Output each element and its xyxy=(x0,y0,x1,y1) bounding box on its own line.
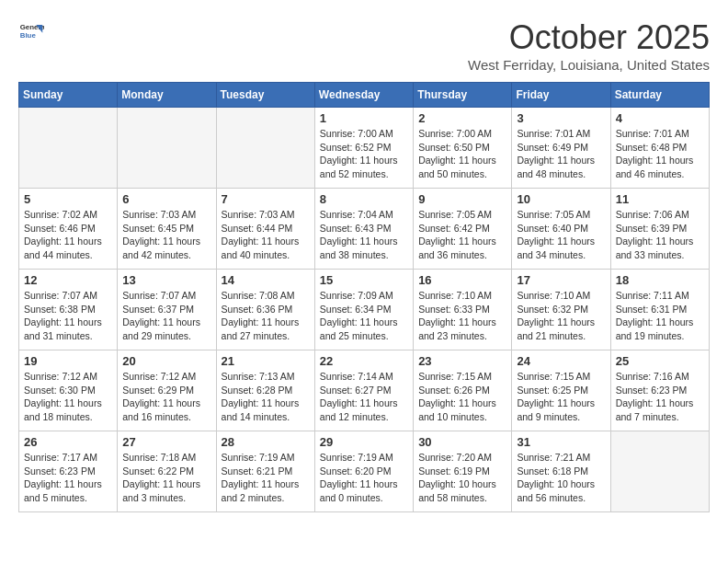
day-number: 12 xyxy=(24,273,112,287)
day-info: Sunrise: 7:18 AMSunset: 6:22 PMDaylight:… xyxy=(122,451,210,505)
day-number: 5 xyxy=(24,192,112,206)
calendar-cell: 23Sunrise: 7:15 AMSunset: 6:26 PMDayligh… xyxy=(414,350,512,431)
col-header-wednesday: Wednesday xyxy=(314,83,413,108)
day-info: Sunrise: 7:11 AMSunset: 6:31 PMDaylight:… xyxy=(616,289,704,343)
col-header-thursday: Thursday xyxy=(414,83,512,108)
calendar-cell: 11Sunrise: 7:06 AMSunset: 6:39 PMDayligh… xyxy=(610,189,709,270)
day-info: Sunrise: 7:06 AMSunset: 6:39 PMDaylight:… xyxy=(616,208,704,262)
calendar-cell: 8Sunrise: 7:04 AMSunset: 6:43 PMDaylight… xyxy=(314,189,413,270)
calendar-cell: 5Sunrise: 7:02 AMSunset: 6:46 PMDaylight… xyxy=(19,189,118,270)
calendar-cell xyxy=(610,431,709,512)
month-title: October 2025 xyxy=(468,18,710,57)
calendar-cell: 14Sunrise: 7:08 AMSunset: 6:36 PMDayligh… xyxy=(216,270,314,350)
day-number: 31 xyxy=(517,435,605,449)
day-number: 18 xyxy=(616,273,704,287)
calendar-cell: 4Sunrise: 7:01 AMSunset: 6:48 PMDaylight… xyxy=(610,108,709,189)
day-info: Sunrise: 7:12 AMSunset: 6:29 PMDaylight:… xyxy=(122,370,210,424)
svg-text:Blue: Blue xyxy=(20,31,37,40)
page-header: General Blue October 2025 West Ferriday,… xyxy=(18,18,710,73)
calendar-cell: 31Sunrise: 7:21 AMSunset: 6:18 PMDayligh… xyxy=(512,431,610,512)
day-info: Sunrise: 7:17 AMSunset: 6:23 PMDaylight:… xyxy=(24,451,112,505)
calendar-cell: 15Sunrise: 7:09 AMSunset: 6:34 PMDayligh… xyxy=(314,270,413,350)
calendar-cell: 19Sunrise: 7:12 AMSunset: 6:30 PMDayligh… xyxy=(19,350,118,431)
col-header-tuesday: Tuesday xyxy=(216,83,314,108)
day-info: Sunrise: 7:09 AMSunset: 6:34 PMDaylight:… xyxy=(320,289,408,343)
day-info: Sunrise: 7:00 AMSunset: 6:50 PMDaylight:… xyxy=(418,127,506,181)
day-info: Sunrise: 7:16 AMSunset: 6:23 PMDaylight:… xyxy=(616,370,704,424)
day-info: Sunrise: 7:00 AMSunset: 6:52 PMDaylight:… xyxy=(320,127,408,181)
calendar-cell: 18Sunrise: 7:11 AMSunset: 6:31 PMDayligh… xyxy=(610,270,709,350)
day-number: 23 xyxy=(418,354,506,368)
day-info: Sunrise: 7:05 AMSunset: 6:40 PMDaylight:… xyxy=(517,208,605,262)
day-info: Sunrise: 7:05 AMSunset: 6:42 PMDaylight:… xyxy=(418,208,506,262)
calendar-cell: 25Sunrise: 7:16 AMSunset: 6:23 PMDayligh… xyxy=(610,350,709,431)
calendar-cell: 13Sunrise: 7:07 AMSunset: 6:37 PMDayligh… xyxy=(118,270,216,350)
calendar-cell: 20Sunrise: 7:12 AMSunset: 6:29 PMDayligh… xyxy=(118,350,216,431)
day-number: 24 xyxy=(517,354,605,368)
day-number: 21 xyxy=(222,354,310,368)
col-header-friday: Friday xyxy=(512,83,610,108)
day-number: 30 xyxy=(418,435,506,449)
day-info: Sunrise: 7:02 AMSunset: 6:46 PMDaylight:… xyxy=(24,208,112,262)
title-block: October 2025 West Ferriday, Louisiana, U… xyxy=(468,18,710,73)
day-info: Sunrise: 7:01 AMSunset: 6:49 PMDaylight:… xyxy=(517,127,605,181)
calendar-cell: 9Sunrise: 7:05 AMSunset: 6:42 PMDaylight… xyxy=(414,189,512,270)
day-number: 13 xyxy=(122,273,210,287)
day-number: 19 xyxy=(24,354,112,368)
day-info: Sunrise: 7:01 AMSunset: 6:48 PMDaylight:… xyxy=(616,127,704,181)
calendar-cell: 22Sunrise: 7:14 AMSunset: 6:27 PMDayligh… xyxy=(314,350,413,431)
logo: General Blue xyxy=(18,18,44,44)
day-info: Sunrise: 7:19 AMSunset: 6:20 PMDaylight:… xyxy=(320,451,408,505)
calendar-cell: 29Sunrise: 7:19 AMSunset: 6:20 PMDayligh… xyxy=(314,431,413,512)
day-number: 11 xyxy=(616,192,704,206)
day-info: Sunrise: 7:13 AMSunset: 6:28 PMDaylight:… xyxy=(222,370,310,424)
calendar-cell: 26Sunrise: 7:17 AMSunset: 6:23 PMDayligh… xyxy=(19,431,118,512)
day-number: 22 xyxy=(320,354,408,368)
day-number: 26 xyxy=(24,435,112,449)
col-header-monday: Monday xyxy=(118,83,216,108)
day-number: 1 xyxy=(320,111,408,125)
day-number: 4 xyxy=(616,111,704,125)
calendar-cell xyxy=(216,108,314,189)
calendar-cell: 17Sunrise: 7:10 AMSunset: 6:32 PMDayligh… xyxy=(512,270,610,350)
col-header-saturday: Saturday xyxy=(610,83,709,108)
day-info: Sunrise: 7:14 AMSunset: 6:27 PMDaylight:… xyxy=(320,370,408,424)
day-info: Sunrise: 7:21 AMSunset: 6:18 PMDaylight:… xyxy=(517,451,605,505)
calendar-cell: 28Sunrise: 7:19 AMSunset: 6:21 PMDayligh… xyxy=(216,431,314,512)
day-number: 17 xyxy=(517,273,605,287)
calendar-cell: 7Sunrise: 7:03 AMSunset: 6:44 PMDaylight… xyxy=(216,189,314,270)
calendar-cell: 3Sunrise: 7:01 AMSunset: 6:49 PMDaylight… xyxy=(512,108,610,189)
calendar-cell: 16Sunrise: 7:10 AMSunset: 6:33 PMDayligh… xyxy=(414,270,512,350)
day-info: Sunrise: 7:07 AMSunset: 6:38 PMDaylight:… xyxy=(24,289,112,343)
logo-icon: General Blue xyxy=(18,18,44,44)
day-number: 2 xyxy=(418,111,506,125)
calendar-table: SundayMondayTuesdayWednesdayThursdayFrid… xyxy=(18,82,710,512)
day-info: Sunrise: 7:03 AMSunset: 6:44 PMDaylight:… xyxy=(222,208,310,262)
col-header-sunday: Sunday xyxy=(19,83,118,108)
day-info: Sunrise: 7:20 AMSunset: 6:19 PMDaylight:… xyxy=(418,451,506,505)
day-number: 29 xyxy=(320,435,408,449)
day-info: Sunrise: 7:15 AMSunset: 6:26 PMDaylight:… xyxy=(418,370,506,424)
day-info: Sunrise: 7:12 AMSunset: 6:30 PMDaylight:… xyxy=(24,370,112,424)
calendar-cell xyxy=(118,108,216,189)
day-info: Sunrise: 7:15 AMSunset: 6:25 PMDaylight:… xyxy=(517,370,605,424)
day-info: Sunrise: 7:07 AMSunset: 6:37 PMDaylight:… xyxy=(122,289,210,343)
day-number: 16 xyxy=(418,273,506,287)
day-number: 10 xyxy=(517,192,605,206)
calendar-cell: 30Sunrise: 7:20 AMSunset: 6:19 PMDayligh… xyxy=(414,431,512,512)
day-number: 14 xyxy=(222,273,310,287)
day-number: 3 xyxy=(517,111,605,125)
calendar-cell: 27Sunrise: 7:18 AMSunset: 6:22 PMDayligh… xyxy=(118,431,216,512)
day-info: Sunrise: 7:10 AMSunset: 6:32 PMDaylight:… xyxy=(517,289,605,343)
calendar-cell: 6Sunrise: 7:03 AMSunset: 6:45 PMDaylight… xyxy=(118,189,216,270)
day-info: Sunrise: 7:19 AMSunset: 6:21 PMDaylight:… xyxy=(222,451,310,505)
calendar-cell: 1Sunrise: 7:00 AMSunset: 6:52 PMDaylight… xyxy=(314,108,413,189)
day-number: 27 xyxy=(122,435,210,449)
day-info: Sunrise: 7:08 AMSunset: 6:36 PMDaylight:… xyxy=(222,289,310,343)
calendar-cell xyxy=(19,108,118,189)
day-number: 25 xyxy=(616,354,704,368)
day-info: Sunrise: 7:03 AMSunset: 6:45 PMDaylight:… xyxy=(122,208,210,262)
day-info: Sunrise: 7:04 AMSunset: 6:43 PMDaylight:… xyxy=(320,208,408,262)
calendar-cell: 10Sunrise: 7:05 AMSunset: 6:40 PMDayligh… xyxy=(512,189,610,270)
calendar-cell: 24Sunrise: 7:15 AMSunset: 6:25 PMDayligh… xyxy=(512,350,610,431)
